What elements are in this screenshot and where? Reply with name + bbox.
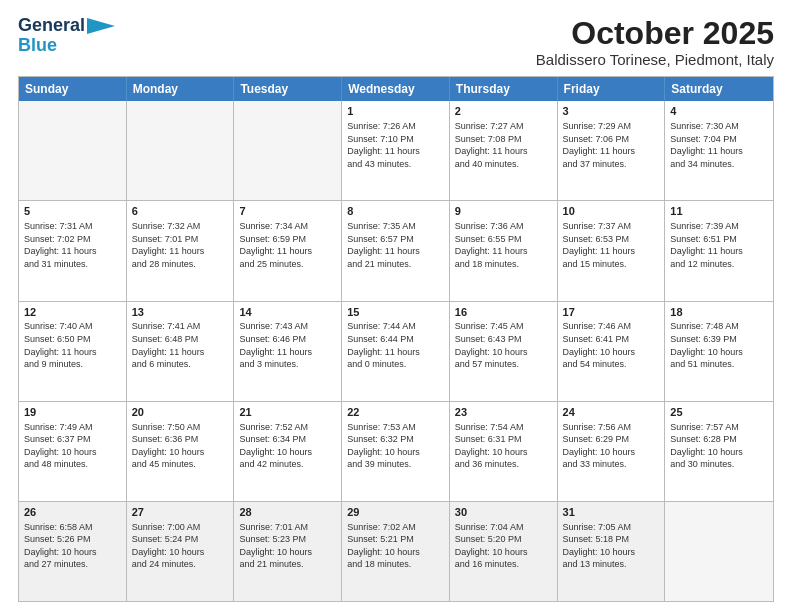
day-number: 6	[132, 204, 229, 219]
day-number: 21	[239, 405, 336, 420]
day-info: Sunrise: 7:53 AM Sunset: 6:32 PM Dayligh…	[347, 421, 444, 471]
day-number: 9	[455, 204, 552, 219]
location-title: Baldissero Torinese, Piedmont, Italy	[536, 51, 774, 68]
day-number: 3	[563, 104, 660, 119]
calendar-cell: 5Sunrise: 7:31 AM Sunset: 7:02 PM Daylig…	[19, 201, 127, 300]
day-info: Sunrise: 7:37 AM Sunset: 6:53 PM Dayligh…	[563, 220, 660, 270]
header-sunday: Sunday	[19, 77, 127, 101]
day-number: 5	[24, 204, 121, 219]
header-saturday: Saturday	[665, 77, 773, 101]
calendar-cell: 7Sunrise: 7:34 AM Sunset: 6:59 PM Daylig…	[234, 201, 342, 300]
calendar-cell: 27Sunrise: 7:00 AM Sunset: 5:24 PM Dayli…	[127, 502, 235, 601]
header-friday: Friday	[558, 77, 666, 101]
day-info: Sunrise: 7:41 AM Sunset: 6:48 PM Dayligh…	[132, 320, 229, 370]
logo: General Blue	[18, 16, 115, 56]
day-number: 16	[455, 305, 552, 320]
calendar-cell: 13Sunrise: 7:41 AM Sunset: 6:48 PM Dayli…	[127, 302, 235, 401]
day-info: Sunrise: 7:52 AM Sunset: 6:34 PM Dayligh…	[239, 421, 336, 471]
page: General Blue October 2025 Baldissero Tor…	[0, 0, 792, 612]
day-number: 8	[347, 204, 444, 219]
day-info: Sunrise: 7:35 AM Sunset: 6:57 PM Dayligh…	[347, 220, 444, 270]
day-number: 27	[132, 505, 229, 520]
calendar-cell: 20Sunrise: 7:50 AM Sunset: 6:36 PM Dayli…	[127, 402, 235, 501]
day-number: 18	[670, 305, 768, 320]
calendar-cell	[127, 101, 235, 200]
day-number: 12	[24, 305, 121, 320]
header: General Blue October 2025 Baldissero Tor…	[18, 16, 774, 68]
day-info: Sunrise: 7:49 AM Sunset: 6:37 PM Dayligh…	[24, 421, 121, 471]
calendar-cell: 8Sunrise: 7:35 AM Sunset: 6:57 PM Daylig…	[342, 201, 450, 300]
day-number: 28	[239, 505, 336, 520]
day-number: 2	[455, 104, 552, 119]
calendar-cell: 29Sunrise: 7:02 AM Sunset: 5:21 PM Dayli…	[342, 502, 450, 601]
day-number: 19	[24, 405, 121, 420]
day-info: Sunrise: 7:48 AM Sunset: 6:39 PM Dayligh…	[670, 320, 768, 370]
calendar-cell: 10Sunrise: 7:37 AM Sunset: 6:53 PM Dayli…	[558, 201, 666, 300]
calendar-cell: 4Sunrise: 7:30 AM Sunset: 7:04 PM Daylig…	[665, 101, 773, 200]
calendar-cell: 12Sunrise: 7:40 AM Sunset: 6:50 PM Dayli…	[19, 302, 127, 401]
calendar-cell: 6Sunrise: 7:32 AM Sunset: 7:01 PM Daylig…	[127, 201, 235, 300]
day-info: Sunrise: 7:57 AM Sunset: 6:28 PM Dayligh…	[670, 421, 768, 471]
calendar-cell: 14Sunrise: 7:43 AM Sunset: 6:46 PM Dayli…	[234, 302, 342, 401]
day-number: 23	[455, 405, 552, 420]
calendar-body: 1Sunrise: 7:26 AM Sunset: 7:10 PM Daylig…	[19, 101, 773, 601]
calendar-cell: 21Sunrise: 7:52 AM Sunset: 6:34 PM Dayli…	[234, 402, 342, 501]
calendar-cell: 1Sunrise: 7:26 AM Sunset: 7:10 PM Daylig…	[342, 101, 450, 200]
calendar-week-4: 19Sunrise: 7:49 AM Sunset: 6:37 PM Dayli…	[19, 401, 773, 501]
calendar-cell: 31Sunrise: 7:05 AM Sunset: 5:18 PM Dayli…	[558, 502, 666, 601]
month-title: October 2025	[536, 16, 774, 51]
calendar-cell: 9Sunrise: 7:36 AM Sunset: 6:55 PM Daylig…	[450, 201, 558, 300]
day-info: Sunrise: 7:26 AM Sunset: 7:10 PM Dayligh…	[347, 120, 444, 170]
day-number: 30	[455, 505, 552, 520]
header-thursday: Thursday	[450, 77, 558, 101]
day-info: Sunrise: 7:50 AM Sunset: 6:36 PM Dayligh…	[132, 421, 229, 471]
calendar-cell	[19, 101, 127, 200]
day-info: Sunrise: 7:45 AM Sunset: 6:43 PM Dayligh…	[455, 320, 552, 370]
day-info: Sunrise: 7:56 AM Sunset: 6:29 PM Dayligh…	[563, 421, 660, 471]
day-number: 24	[563, 405, 660, 420]
day-info: Sunrise: 7:31 AM Sunset: 7:02 PM Dayligh…	[24, 220, 121, 270]
day-number: 26	[24, 505, 121, 520]
day-number: 15	[347, 305, 444, 320]
day-info: Sunrise: 7:44 AM Sunset: 6:44 PM Dayligh…	[347, 320, 444, 370]
header-monday: Monday	[127, 77, 235, 101]
calendar-week-3: 12Sunrise: 7:40 AM Sunset: 6:50 PM Dayli…	[19, 301, 773, 401]
calendar-week-2: 5Sunrise: 7:31 AM Sunset: 7:02 PM Daylig…	[19, 200, 773, 300]
calendar-cell: 16Sunrise: 7:45 AM Sunset: 6:43 PM Dayli…	[450, 302, 558, 401]
calendar-cell: 25Sunrise: 7:57 AM Sunset: 6:28 PM Dayli…	[665, 402, 773, 501]
day-info: Sunrise: 7:39 AM Sunset: 6:51 PM Dayligh…	[670, 220, 768, 270]
day-info: Sunrise: 7:34 AM Sunset: 6:59 PM Dayligh…	[239, 220, 336, 270]
day-number: 31	[563, 505, 660, 520]
calendar-cell	[665, 502, 773, 601]
calendar-cell: 28Sunrise: 7:01 AM Sunset: 5:23 PM Dayli…	[234, 502, 342, 601]
logo-general: General	[18, 16, 85, 36]
day-info: Sunrise: 7:05 AM Sunset: 5:18 PM Dayligh…	[563, 521, 660, 571]
day-info: Sunrise: 7:46 AM Sunset: 6:41 PM Dayligh…	[563, 320, 660, 370]
day-number: 7	[239, 204, 336, 219]
day-number: 11	[670, 204, 768, 219]
day-number: 10	[563, 204, 660, 219]
calendar-cell	[234, 101, 342, 200]
calendar-cell: 11Sunrise: 7:39 AM Sunset: 6:51 PM Dayli…	[665, 201, 773, 300]
svg-marker-0	[87, 18, 115, 34]
day-info: Sunrise: 7:54 AM Sunset: 6:31 PM Dayligh…	[455, 421, 552, 471]
header-wednesday: Wednesday	[342, 77, 450, 101]
calendar-week-5: 26Sunrise: 6:58 AM Sunset: 5:26 PM Dayli…	[19, 501, 773, 601]
day-info: Sunrise: 6:58 AM Sunset: 5:26 PM Dayligh…	[24, 521, 121, 571]
day-info: Sunrise: 7:01 AM Sunset: 5:23 PM Dayligh…	[239, 521, 336, 571]
calendar-header: Sunday Monday Tuesday Wednesday Thursday…	[19, 77, 773, 101]
day-info: Sunrise: 7:04 AM Sunset: 5:20 PM Dayligh…	[455, 521, 552, 571]
calendar-cell: 19Sunrise: 7:49 AM Sunset: 6:37 PM Dayli…	[19, 402, 127, 501]
day-number: 13	[132, 305, 229, 320]
calendar-cell: 24Sunrise: 7:56 AM Sunset: 6:29 PM Dayli…	[558, 402, 666, 501]
day-number: 25	[670, 405, 768, 420]
calendar: Sunday Monday Tuesday Wednesday Thursday…	[18, 76, 774, 602]
day-number: 29	[347, 505, 444, 520]
calendar-cell: 15Sunrise: 7:44 AM Sunset: 6:44 PM Dayli…	[342, 302, 450, 401]
calendar-cell: 18Sunrise: 7:48 AM Sunset: 6:39 PM Dayli…	[665, 302, 773, 401]
day-info: Sunrise: 7:43 AM Sunset: 6:46 PM Dayligh…	[239, 320, 336, 370]
logo-blue: Blue	[18, 36, 57, 56]
day-info: Sunrise: 7:40 AM Sunset: 6:50 PM Dayligh…	[24, 320, 121, 370]
header-tuesday: Tuesday	[234, 77, 342, 101]
day-info: Sunrise: 7:27 AM Sunset: 7:08 PM Dayligh…	[455, 120, 552, 170]
